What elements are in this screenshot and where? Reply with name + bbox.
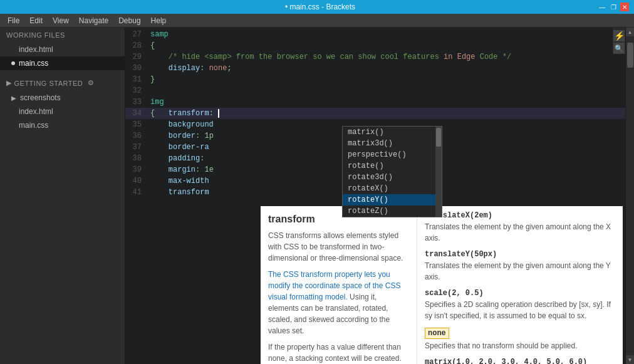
ac-item-matrix[interactable]: matrix() [343, 127, 442, 138]
maximize-button[interactable]: ❐ [609, 3, 618, 11]
doc-entry-translatex: translateX(2em) Translates the element b… [425, 211, 615, 244]
menu-view[interactable]: View [48, 14, 74, 28]
ac-item-perspective[interactable]: perspective() [343, 149, 442, 160]
sidebar-file-label: main.css [19, 121, 48, 130]
doc-para-2: The CSS transform property lets you modi… [268, 269, 409, 336]
minimize-button[interactable]: — [598, 3, 606, 11]
folder-icon: ▶ [11, 95, 16, 101]
gear-icon: ⚙ [88, 79, 95, 87]
doc-right: translateX(2em) Translates the element b… [417, 206, 623, 364]
sidebar-file-label: index.html [19, 107, 53, 116]
doc-panel: transform CSS transforms allows elements… [261, 206, 623, 364]
autocomplete-scrollbar[interactable] [435, 127, 442, 217]
code-line-29: 29 /* hide <samp> from the browser so we… [125, 51, 634, 63]
doc-entry-matrix: matrix(1.0, 2.0, 3.0, 4.0, 5.0, 6.0) Spe… [425, 358, 615, 364]
menu-help[interactable]: Help [146, 14, 172, 28]
menu-file[interactable]: File [3, 14, 24, 28]
live-preview-button[interactable]: ⚡ [613, 30, 625, 41]
ac-item-rotate3d[interactable]: rotate3d() [343, 172, 442, 183]
doc-entry-scale: scale(2, 0.5) Specifies a 2D scaling ope… [425, 289, 615, 321]
func-none: none [425, 328, 449, 339]
ac-item-rotatey[interactable]: rotateY() [343, 194, 442, 205]
close-button[interactable]: ✕ [620, 3, 629, 11]
ac-item-rotatex[interactable]: rotateX() [343, 183, 442, 194]
window-title: • main.css - Brackets [43, 3, 598, 11]
working-files-header: Working Files [0, 28, 125, 43]
scrollbar-thumb[interactable] [627, 43, 633, 68]
doc-para-1: CSS transforms allows elements styled wi… [268, 230, 409, 264]
getting-started-header[interactable]: ▶ Getting Started ⚙ [0, 75, 125, 91]
scroll-up-button[interactable]: ▲ [626, 28, 635, 36]
sidebar: Working Files index.html main.css ▶ Gett… [0, 28, 125, 364]
scroll-down-button[interactable]: ▼ [626, 355, 635, 364]
title-bar: • main.css - Brackets — ❐ ✕ [0, 0, 634, 14]
ac-item-matrix3d[interactable]: matrix3d() [343, 138, 442, 149]
doc-entry-none: none Specifies that no transform should … [425, 328, 615, 351]
menu-edit[interactable]: Edit [24, 14, 48, 28]
ac-item-rotatez[interactable]: rotateZ() [343, 205, 442, 217]
autocomplete-scrollbar-thumb [436, 128, 441, 147]
ac-item-rotate[interactable]: rotate() [343, 160, 442, 172]
func-matrix: matrix(1.0, 2.0, 3.0, 4.0, 5.0, 6.0) [425, 358, 615, 364]
menu-debug[interactable]: Debug [113, 14, 145, 28]
autocomplete-dropdown[interactable]: matrix() matrix3d() perspective() rotate… [342, 126, 442, 217]
tools-bar: ⚡ 🔍 [613, 28, 625, 54]
sidebar-file-maincss[interactable]: main.css [0, 56, 125, 70]
doc-entry-translatey: translateY(50px) Translates the element … [425, 250, 615, 283]
right-scrollbar[interactable]: ▲ ▼ [625, 28, 634, 364]
sidebar-file-label: index.html [19, 45, 53, 54]
doc-left: transform CSS transforms allows elements… [261, 206, 417, 364]
menu-bar: File Edit View Navigate Debug Help [0, 14, 634, 28]
folder-label: screenshots [20, 93, 61, 102]
editor-area: 27 samp 28 { 29 /* hide <samp> from the … [125, 28, 634, 364]
code-line-31: 31 } [125, 74, 634, 85]
sidebar-folder-screenshots[interactable]: ▶ screenshots [0, 91, 125, 105]
code-line-30: 30 display: none; [125, 63, 634, 74]
func-translatey: translateY(50px) [425, 250, 615, 259]
doc-para-3: If the property has a value different th… [268, 341, 409, 364]
func-scale: scale(2, 0.5) [425, 289, 615, 298]
menu-navigate[interactable]: Navigate [74, 14, 113, 28]
code-line-28: 28 { [125, 40, 634, 51]
code-line-34: 34 { transform: [125, 108, 634, 119]
code-line-33: 33 img [125, 96, 634, 108]
main-layout: Working Files index.html main.css ▶ Gett… [0, 28, 634, 364]
chevron-right-icon: ▶ [6, 79, 12, 87]
sidebar-file-indexhtml[interactable]: index.html [0, 43, 125, 56]
inspect-button[interactable]: 🔍 [613, 43, 625, 54]
active-dot [11, 61, 15, 65]
code-line-27: 27 samp [125, 29, 634, 40]
sidebar-file-indexhtml2[interactable]: index.html [0, 105, 125, 118]
window-controls[interactable]: — ❐ ✕ [598, 3, 629, 11]
func-translatex: translateX(2em) [425, 211, 615, 220]
scrollbar-track[interactable] [626, 36, 635, 355]
sidebar-file-label: main.css [19, 59, 48, 68]
autocomplete-list[interactable]: matrix() matrix3d() perspective() rotate… [343, 127, 442, 217]
sidebar-file-maincss2[interactable]: main.css [0, 118, 125, 132]
getting-started-label: Getting Started [14, 80, 83, 87]
code-line-32: 32 [125, 85, 634, 96]
